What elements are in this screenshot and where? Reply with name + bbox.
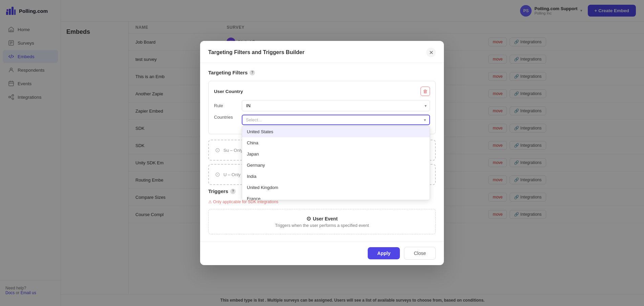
countries-search-input[interactable]: [246, 117, 424, 122]
targeting-filters-section-title: Targeting Filters ?: [208, 70, 436, 75]
trigger-card-title: ⊙ User Event: [215, 215, 429, 222]
filter-card-user-country: User Country 🗑 Rule IN NOT IN: [208, 81, 436, 134]
modal-header: Targeting Filters and Triggers Builder ✕: [200, 41, 444, 63]
plus-circle-icon: ⊙: [215, 171, 220, 178]
targeting-filters-label: Targeting Filters: [208, 70, 248, 75]
close-button[interactable]: Close: [404, 247, 436, 260]
modal-body: Targeting Filters ? User Country 🗑 Rule: [200, 63, 444, 241]
countries-dropdown: United States China Japan Germany India …: [242, 126, 430, 200]
country-option-in[interactable]: India: [242, 171, 430, 182]
filter-rule-row: Rule IN NOT IN: [214, 100, 430, 111]
trigger-card-description: Triggers when the user performs a specif…: [215, 223, 429, 228]
modal: Targeting Filters and Triggers Builder ✕…: [200, 41, 444, 265]
modal-close-button[interactable]: ✕: [426, 48, 436, 57]
country-option-fr[interactable]: France: [242, 193, 430, 200]
rule-select-wrapper: IN NOT IN: [242, 100, 430, 111]
plus-circle-icon: ⊙: [215, 146, 220, 154]
country-option-uk[interactable]: United Kingdom: [242, 182, 430, 193]
filter-label: User Country: [214, 89, 243, 94]
country-option-cn[interactable]: China: [242, 137, 430, 148]
trigger-card-title-text: User Event: [313, 216, 338, 221]
clock-icon: ⊙: [306, 215, 311, 222]
triggers-label: Triggers: [208, 188, 228, 194]
triggers-info-icon[interactable]: ?: [230, 189, 236, 194]
modal-title: Targeting Filters and Triggers Builder: [208, 49, 304, 55]
filter-card-header: User Country 🗑: [214, 87, 430, 96]
filter-rule-label: Rule: [214, 103, 238, 108]
triggers-warning: ⚠ Only applicable for SDK integrations: [208, 199, 436, 204]
filter-countries-row: Countries ▾ United States China Japan Ge…: [214, 115, 430, 125]
apply-button[interactable]: Apply: [368, 247, 400, 259]
country-option-de[interactable]: Germany: [242, 160, 430, 171]
delete-filter-button[interactable]: 🗑: [421, 87, 430, 96]
triggers-warning-text: ⚠ Only applicable for SDK integrations: [208, 199, 278, 204]
filter-countries-label: Countries: [214, 115, 238, 120]
modal-overlay: Targeting Filters and Triggers Builder ✕…: [0, 0, 644, 306]
countries-container: ▾ United States China Japan Germany Indi…: [242, 115, 430, 125]
targeting-filters-info-icon[interactable]: ?: [250, 70, 255, 75]
chevron-down-icon: ▾: [424, 118, 426, 122]
modal-footer: Apply Close: [200, 241, 444, 265]
rule-select[interactable]: IN NOT IN: [242, 100, 430, 111]
country-option-jp[interactable]: Japan: [242, 148, 430, 160]
trigger-card-user-event[interactable]: ⊙ User Event Triggers when the user perf…: [208, 209, 436, 234]
country-option-us[interactable]: United States: [242, 126, 430, 137]
countries-input-wrapper[interactable]: ▾: [242, 115, 430, 125]
